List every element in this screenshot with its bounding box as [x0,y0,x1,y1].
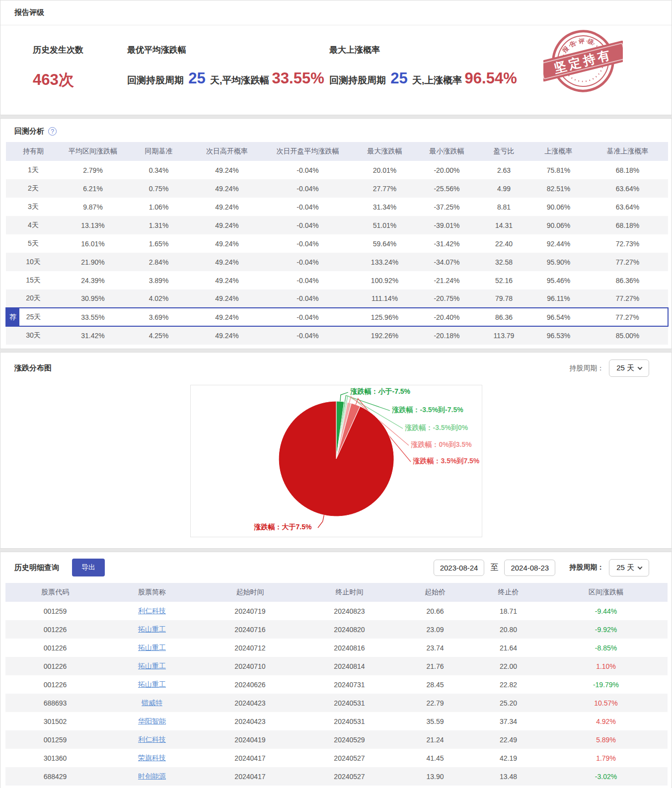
backtest-cell: 20天 [6,289,61,308]
stock-name-link[interactable]: 拓山重工 [138,680,166,688]
pie-slice[interactable] [279,401,394,516]
backtest-cell: 13.13% [61,216,125,234]
chart-period-control: 持股周期： 25 天 [569,359,649,377]
stock-name-link[interactable]: 利仁科技 [138,607,166,615]
backtest-table-body: 1天2.79%0.34%49.24%-0.04%20.01%-20.00%2.6… [6,161,668,345]
backtest-cell: 96.53% [530,326,587,345]
stock-name-link[interactable]: 拓山重工 [138,625,166,633]
export-button[interactable]: 导出 [72,559,105,576]
backtest-header-row: 持有期平均区间涨跌幅同期基准次日高开概率次日开盘平均涨跌幅最大涨跌幅最小涨跌幅盈… [6,142,668,161]
backtest-cell: -0.04% [262,179,354,198]
stock-name-link[interactable]: 锴威特 [142,699,162,707]
backtest-col-header: 最大涨跌幅 [354,142,416,161]
backtest-cell: 100.92% [354,271,416,289]
interval-change-cell: 4.92% [544,712,668,730]
stock-name-link[interactable]: 荣旗科技 [138,754,166,762]
stat3-prefix: 回测持股周期 [329,75,386,85]
backtest-row[interactable]: 4天13.13%1.31%49.24%-0.04%51.01%-39.01%14… [6,216,668,234]
backtest-row[interactable]: 5天16.01%1.65%49.24%-0.04%59.64%-31.42%22… [6,234,668,253]
distribution-title: 涨跌分布图 [14,363,52,373]
stock-name-link[interactable]: 利仁科技 [138,735,166,743]
backtest-cell: 2天 [6,179,61,198]
backtest-row[interactable]: 2天6.21%0.75%49.24%-0.04%27.77%-25.56%4.9… [6,179,668,198]
backtest-cell: -37.25% [416,198,478,216]
history-cell: 荣旗科技 [105,749,199,767]
backtest-cell: -0.04% [262,326,354,345]
backtest-cell: 111.14% [354,289,416,308]
history-cell: 20240527 [301,767,398,786]
backtest-cell: 90.06% [530,198,587,216]
backtest-cell: 125.96% [354,308,416,326]
backtest-row[interactable]: 3天9.87%1.06%49.24%-0.04%31.34%-37.25%8.8… [6,198,668,216]
backtest-cell: 14.31 [478,216,530,234]
backtest-cell: 27.77% [354,179,416,198]
backtest-row[interactable]: 1天2.79%0.34%49.24%-0.04%20.01%-20.00%2.6… [6,161,668,179]
history-header-row: 股票代码股票简称起始时间终止时间起始价终止价区间涨跌幅 [5,583,668,602]
backtest-cell: 3.69% [125,308,192,326]
date-from-input[interactable]: 2023-08-24 [434,560,485,576]
history-cell: 21.24 [398,730,472,749]
history-cell: 20240626 [199,675,301,694]
history-cell: 20240712 [199,639,301,657]
history-cell: 22.00 [472,657,544,675]
backtest-row[interactable]: 10天21.90%2.84%49.24%-0.04%133.24%-34.07%… [6,253,668,271]
backtest-row[interactable]: 30天31.42%4.25%49.24%-0.04%192.26%-20.18%… [6,326,668,345]
backtest-cell: 49.24% [192,179,262,198]
pie-label: 涨跌幅：-3.5%到0% [405,424,468,432]
backtest-cell: -20.40% [416,308,478,326]
backtest-cell: 92.44% [530,234,587,253]
backtest-row[interactable]: 15天24.39%3.89%49.24%-0.04%100.92%-21.24%… [6,271,668,289]
interval-change-cell: 1.10% [544,657,668,675]
help-icon[interactable]: ? [48,127,57,136]
backtest-cell: 49.24% [192,289,262,308]
history-row: 688693锴威特202404232024053122.7925.2010.57… [5,694,668,712]
history-cell: 20240531 [301,712,398,730]
stat3-value: 96.54% [465,70,517,87]
date-to-input[interactable]: 2024-08-23 [504,560,555,576]
backtest-cell: 15天 [6,271,61,289]
history-cell: 20240719 [199,602,301,620]
history-row: 301502华阳智能202404232024053135.5937.344.92… [5,712,668,730]
history-cell: 20240423 [199,712,301,730]
chart-period-select[interactable]: 25 天 [609,359,649,377]
history-period-select[interactable]: 25 天 [609,559,649,576]
pie-leader-line [318,515,324,528]
backtest-cell: -0.04% [262,198,354,216]
backtest-cell: 68.18% [587,161,668,179]
backtest-cell: 72.73% [587,234,668,253]
backtest-row[interactable]: 20天30.95%4.02%49.24%-0.04%111.14%-20.75%… [6,289,668,308]
backtest-cell: 49.24% [192,198,262,216]
stat2-prefix: 回测持股周期 [127,75,184,85]
backtest-cell: 49.24% [192,271,262,289]
history-cell: 688693 [5,694,105,712]
stock-name-link[interactable]: 拓山重工 [138,662,166,670]
stock-name-link[interactable]: 拓山重工 [138,644,166,651]
chart-period-label: 持股周期： [569,364,604,373]
backtest-cell: 30.95% [61,289,125,308]
history-section: 历史明细查询 导出 2023-08-24 至 2024-08-23 持股周期： … [0,552,672,788]
stock-name-link[interactable]: 时创能源 [138,772,166,780]
history-cell: 20240816 [301,639,398,657]
backtest-title: 回测分析 [14,127,44,136]
backtest-cell: 4.02% [125,289,192,308]
backtest-cell: -34.07% [416,253,478,271]
backtest-cell: 9.87% [61,198,125,216]
interval-change-cell: 10.57% [544,694,668,712]
backtest-cell: -0.04% [262,253,354,271]
history-row: 001226拓山重工202407122024081623.7421.64-8.8… [5,639,668,657]
backtest-cell: 1.31% [125,216,192,234]
stock-name-link[interactable]: 华阳智能 [138,717,166,725]
interval-change-cell: 1.79% [544,749,668,767]
backtest-cell: -39.01% [416,216,478,234]
backtest-title-row: 回测分析 ? [0,119,672,142]
history-table-body: 001259利仁科技202407192024082320.6618.71-9.4… [5,602,668,786]
history-col-header: 起始时间 [199,583,301,602]
backtest-cell: 95.90% [530,253,587,271]
backtest-cell: 4.25% [125,326,192,345]
backtest-cell: 77.27% [587,289,668,308]
backtest-section: 回测分析 ? 持有期平均区间涨跌幅同期基准次日高开概率次日开盘平均涨跌幅最大涨跌… [0,118,672,349]
pie-label: 涨跌幅：小于-7.5% [351,387,411,396]
backtest-row[interactable]: 25天荐33.55%3.69%49.24%-0.04%125.96%-20.40… [6,308,668,326]
history-period-control: 持股周期： 25 天 [569,559,649,576]
history-cell: 20240529 [301,730,398,749]
